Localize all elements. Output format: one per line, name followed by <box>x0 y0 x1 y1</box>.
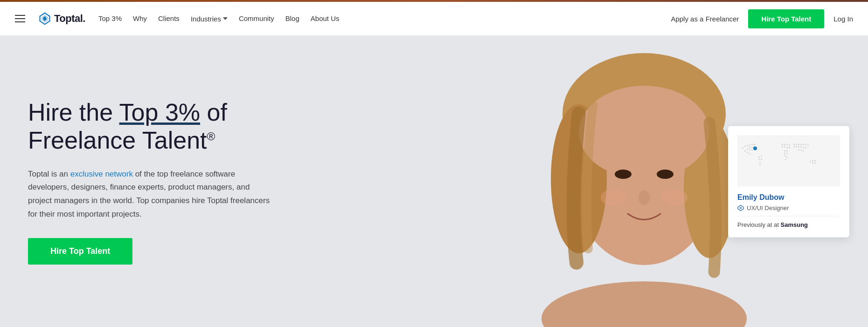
svg-rect-35 <box>784 146 785 148</box>
nav-links: Top 3% Why Clients Industries Community … <box>98 14 340 23</box>
svg-rect-39 <box>786 150 788 152</box>
svg-marker-74 <box>739 206 742 209</box>
hamburger-line <box>15 21 25 22</box>
hire-top-talent-button[interactable]: Hire Top Talent <box>28 238 132 265</box>
svg-rect-26 <box>751 150 753 151</box>
svg-point-72 <box>753 147 757 150</box>
svg-rect-38 <box>784 150 785 152</box>
card-role: UX/UI Designer <box>737 204 840 211</box>
nav-item-clients[interactable]: Clients <box>158 14 180 23</box>
hire-talent-nav-button[interactable]: Hire Top Talent <box>748 9 824 28</box>
svg-rect-19 <box>751 144 753 145</box>
card-company: Previously at at Samsung <box>737 216 840 228</box>
hamburger-line <box>15 18 25 19</box>
svg-rect-40 <box>784 153 785 154</box>
svg-rect-43 <box>786 157 788 158</box>
svg-rect-48 <box>800 144 802 145</box>
svg-rect-61 <box>810 161 811 163</box>
hero-section: Hire the Top 3% of Freelance Talent® Top… <box>0 35 868 327</box>
svg-point-9 <box>579 86 709 179</box>
svg-rect-21 <box>749 147 750 149</box>
hero-content: Hire the Top 3% of Freelance Talent® Top… <box>0 71 299 293</box>
svg-rect-25 <box>749 150 750 151</box>
svg-rect-44 <box>785 159 786 160</box>
description-highlight: exclusive network <box>70 170 133 178</box>
svg-rect-63 <box>814 160 816 162</box>
svg-rect-66 <box>758 157 760 158</box>
svg-point-3 <box>542 281 747 327</box>
chevron-down-icon <box>223 17 228 20</box>
svg-rect-71 <box>759 164 761 166</box>
nav-link-clients[interactable]: Clients <box>158 14 180 22</box>
description-part1: Toptal is an <box>28 170 70 178</box>
svg-rect-50 <box>805 144 806 145</box>
svg-rect-51 <box>807 145 809 146</box>
nav-item-blog[interactable]: Blog <box>285 14 299 23</box>
apply-freelancer-link[interactable]: Apply as a Freelancer <box>671 15 739 23</box>
svg-rect-36 <box>786 147 788 149</box>
nav-link-about[interactable]: About Us <box>311 14 340 22</box>
svg-rect-18 <box>749 145 750 146</box>
nav-link-community[interactable]: Community <box>239 14 274 22</box>
hero-image-area: Emily Dubow UX/UI Designer Previously at… <box>390 35 868 327</box>
nav-link-industries[interactable]: Industries <box>191 15 228 23</box>
nav-left: Toptal. Top 3% Why Clients Industries Co… <box>15 12 671 25</box>
person-svg <box>532 39 756 327</box>
hero-description: Toptal is an exclusive network of the to… <box>28 168 271 222</box>
svg-rect-28 <box>747 152 748 153</box>
svg-rect-30 <box>782 144 783 145</box>
nav-item-why[interactable]: Why <box>133 14 147 23</box>
svg-rect-62 <box>812 160 813 162</box>
svg-rect-52 <box>793 146 795 148</box>
svg-rect-64 <box>812 163 813 164</box>
login-link[interactable]: Log In <box>833 15 853 23</box>
svg-rect-68 <box>758 159 760 160</box>
nav-link-top3[interactable]: Top 3% <box>98 14 122 22</box>
svg-rect-69 <box>761 159 762 160</box>
svg-rect-29 <box>749 153 750 155</box>
hero-title-sup: ® <box>207 129 215 142</box>
designer-icon <box>737 204 744 211</box>
svg-rect-58 <box>798 150 799 151</box>
hero-title-part1: Hire the <box>28 99 119 126</box>
hero-title: Hire the Top 3% of Freelance Talent® <box>28 99 271 155</box>
hamburger-menu[interactable] <box>15 15 25 22</box>
svg-rect-42 <box>784 155 785 157</box>
svg-rect-49 <box>803 144 804 145</box>
nav-item-about[interactable]: About Us <box>311 14 340 23</box>
svg-point-11 <box>657 170 674 179</box>
card-person-name: Emily Dubow <box>737 193 840 202</box>
hero-title-part3: Freelance Talent <box>28 127 207 154</box>
nav-link-why[interactable]: Why <box>133 14 147 22</box>
svg-rect-54 <box>798 146 799 148</box>
hamburger-line <box>15 15 25 16</box>
person-figure <box>532 39 756 327</box>
svg-rect-33 <box>789 145 790 146</box>
hero-title-highlight: Top 3% <box>119 99 200 126</box>
svg-rect-24 <box>747 149 748 150</box>
svg-point-13 <box>601 189 627 206</box>
svg-rect-37 <box>789 147 790 149</box>
nav-item-industries[interactable]: Industries <box>191 15 228 23</box>
svg-rect-16 <box>744 146 746 147</box>
svg-rect-57 <box>805 147 806 149</box>
svg-rect-47 <box>798 144 799 145</box>
hero-title-part2: of <box>200 99 227 126</box>
svg-rect-53 <box>796 146 797 148</box>
logo[interactable]: Toptal. <box>38 12 85 25</box>
svg-rect-22 <box>751 147 753 149</box>
nav-right: Apply as a Freelancer Hire Top Talent Lo… <box>671 9 853 28</box>
svg-rect-46 <box>796 144 797 145</box>
logo-text: Toptal. <box>54 13 85 25</box>
nav-link-blog[interactable]: Blog <box>285 14 299 22</box>
svg-rect-41 <box>786 153 788 154</box>
nav-item-top3[interactable]: Top 3% <box>98 14 122 23</box>
card-role-text: UX/UI Designer <box>747 204 789 211</box>
svg-point-12 <box>639 190 650 205</box>
svg-rect-27 <box>744 150 746 152</box>
svg-rect-55 <box>800 146 802 148</box>
svg-rect-15 <box>742 147 743 149</box>
svg-rect-45 <box>793 144 795 145</box>
nav-item-community[interactable]: Community <box>239 14 274 23</box>
company-name: Samsung <box>781 221 808 228</box>
